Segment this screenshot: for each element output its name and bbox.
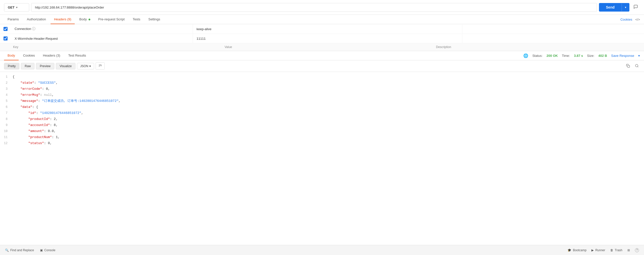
- bootcamp-icon: 🎓: [568, 248, 571, 252]
- request-tabs-left: Params Authorization Headers (9) Body Pr…: [4, 15, 164, 24]
- console-label: Console: [44, 248, 55, 252]
- line-num-7: 7: [0, 111, 13, 116]
- line-content-10: "amount": 0.0,: [13, 129, 644, 134]
- bottom-bar-right: 🎓 Bootcamp ▶ Runner 🗑 Trash ⊞ ?: [568, 248, 639, 252]
- time-value: 3.87 s: [574, 54, 583, 58]
- headers-table: Connection ⓘ keep-alive X-Wormhole-Heade…: [0, 24, 644, 51]
- filter-icon-button[interactable]: [96, 62, 105, 70]
- header-checkbox-wormhole[interactable]: [0, 34, 11, 43]
- request-tabs-bar: Params Authorization Headers (9) Body Pr…: [0, 15, 644, 24]
- json-content-area: 1 { 2 "state": "SUCCESS", 3 "errorCode":…: [0, 72, 644, 245]
- header-key-wormhole: X-Wormhole-Header-Request: [11, 34, 193, 43]
- tab-settings[interactable]: Settings: [145, 15, 164, 24]
- trash-label: Trash: [615, 248, 622, 252]
- tab-body[interactable]: Body: [76, 15, 94, 24]
- tab-headers[interactable]: Headers (9): [51, 15, 75, 24]
- runner-icon: ▶: [591, 248, 594, 252]
- send-button-group: Send ▾: [599, 3, 629, 12]
- rtab-body[interactable]: Body: [4, 51, 19, 60]
- tab-authorization[interactable]: Authorization: [23, 15, 50, 24]
- tab-pre-request-script[interactable]: Pre-request Script: [95, 15, 128, 24]
- tab-tests[interactable]: Tests: [129, 15, 144, 24]
- trash-item[interactable]: 🗑 Trash: [610, 248, 622, 252]
- json-line-10: 10 "amount": 0.0,: [0, 129, 644, 135]
- headers-key-label: Key: [0, 43, 221, 51]
- line-content-7: "id": "1402801476446851072",: [13, 111, 644, 116]
- save-response-button[interactable]: Save Response: [611, 54, 634, 58]
- rtab-headers[interactable]: Headers (3): [39, 51, 64, 60]
- response-section: Body Cookies Headers (3) Test Results 🌐 …: [0, 51, 644, 245]
- json-line-3: 3 "errorCode": 0,: [0, 87, 644, 93]
- save-response-chevron[interactable]: ▾: [638, 54, 640, 58]
- format-visualize-button[interactable]: Visualize: [56, 63, 75, 69]
- find-replace-label: Find and Replace: [10, 248, 34, 252]
- method-selector[interactable]: GET ▾: [4, 3, 29, 12]
- help-icon: ?: [635, 248, 639, 252]
- line-content-3: "errorCode": 0,: [13, 87, 644, 92]
- body-toolbar-left: Pretty Raw Preview Visualize JSON ▾: [4, 62, 105, 70]
- grid-item[interactable]: ⊞: [627, 248, 630, 252]
- console-item[interactable]: ▣ Console: [40, 248, 55, 252]
- body-toolbar: Pretty Raw Preview Visualize JSON ▾: [0, 60, 644, 72]
- header-checkbox-connection[interactable]: [0, 24, 11, 33]
- line-content-9: "accountId": 8,: [13, 123, 644, 128]
- line-num-11: 11: [0, 135, 13, 140]
- send-button[interactable]: Send: [599, 3, 622, 12]
- line-num-9: 9: [0, 123, 13, 128]
- response-tabs-bar: Body Cookies Headers (3) Test Results 🌐 …: [0, 51, 644, 60]
- line-num-8: 8: [0, 117, 13, 122]
- checkbox-connection[interactable]: [4, 27, 8, 31]
- body-dot-icon: [89, 19, 90, 20]
- rtab-test-results[interactable]: Test Results: [65, 51, 90, 60]
- trash-icon: 🗑: [610, 248, 613, 252]
- response-tabs-left: Body Cookies Headers (3) Test Results: [4, 51, 90, 60]
- line-num-6: 6: [0, 105, 13, 110]
- runner-item[interactable]: ▶ Runner: [591, 248, 605, 252]
- json-format-chevron: ▾: [89, 64, 91, 68]
- format-preview-button[interactable]: Preview: [36, 63, 54, 69]
- json-line-1: 1 {: [0, 74, 644, 80]
- format-raw-button[interactable]: Raw: [21, 63, 34, 69]
- request-tabs-right: Cookies </>: [620, 18, 640, 21]
- rtab-cookies[interactable]: Cookies: [20, 51, 38, 60]
- header-key-connection: Connection ⓘ: [11, 24, 193, 34]
- header-desc-connection: [462, 26, 644, 31]
- line-num-10: 10: [0, 129, 13, 134]
- code-icon[interactable]: </>: [635, 18, 640, 21]
- line-content-4: "errorMsg": null,: [13, 93, 644, 98]
- time-label: Time:: [562, 54, 570, 58]
- line-num-1: 1: [0, 74, 13, 79]
- json-line-4: 4 "errorMsg": null,: [0, 93, 644, 99]
- grid-icon: ⊞: [627, 248, 630, 252]
- search-icon-button[interactable]: [634, 63, 640, 70]
- find-replace-item[interactable]: 🔍 Find and Replace: [5, 248, 34, 252]
- status-value: 200 OK: [547, 54, 558, 58]
- json-format-select[interactable]: JSON ▾: [77, 63, 94, 69]
- header-row-wormhole: X-Wormhole-Header-Request 11111: [0, 34, 644, 43]
- chat-icon-button[interactable]: [631, 3, 640, 12]
- runner-label: Runner: [595, 248, 605, 252]
- cookies-link[interactable]: Cookies: [620, 18, 632, 21]
- headers-badge: (9): [67, 17, 71, 21]
- url-bar: GET ▾ Send ▾: [0, 0, 644, 15]
- svg-rect-3: [628, 65, 630, 67]
- json-line-8: 8 "productId": 2,: [0, 117, 644, 123]
- format-pretty-button[interactable]: Pretty: [4, 63, 19, 69]
- header-value-connection: keep-alive: [193, 25, 462, 33]
- bootcamp-item[interactable]: 🎓 Bootcamp: [568, 248, 586, 252]
- url-input[interactable]: [31, 3, 597, 12]
- send-dropdown-button[interactable]: ▾: [622, 4, 629, 11]
- help-item[interactable]: ?: [635, 248, 639, 252]
- bottom-bar: 🔍 Find and Replace ▣ Console 🎓 Bootcamp …: [0, 245, 644, 255]
- line-content-6: "data": {: [13, 105, 644, 110]
- checkbox-wormhole[interactable]: [4, 36, 8, 40]
- line-content-5: "message": "订单提交成功, 订单号:1402801476446851…: [13, 99, 644, 104]
- line-content-2: "state": "SUCCESS",: [13, 80, 644, 86]
- header-desc-wormhole: [462, 36, 644, 41]
- copy-icon-button[interactable]: [625, 63, 631, 70]
- json-line-11: 11 "productNum": 1,: [0, 135, 644, 141]
- tab-params[interactable]: Params: [4, 15, 22, 24]
- body-toolbar-right: [625, 63, 640, 70]
- connection-info-icon[interactable]: ⓘ: [32, 27, 35, 31]
- svg-point-4: [635, 64, 638, 67]
